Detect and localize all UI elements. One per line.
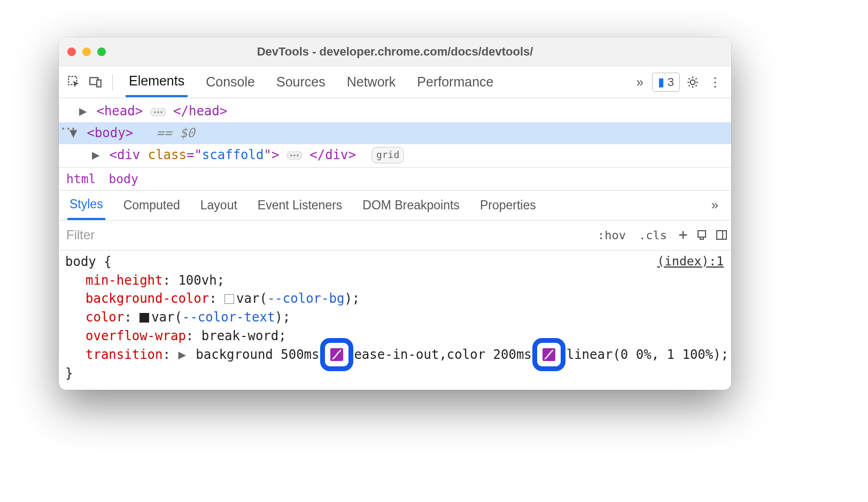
- main-toolbar: Elements Console Sources Network Perform…: [59, 66, 731, 98]
- selector-name: body: [65, 254, 96, 269]
- dom-body-row[interactable]: ••• ▼ <body> == $0: [59, 122, 731, 144]
- div-close-tag: </div>: [309, 147, 356, 162]
- linear-value: linear(0 0%, 1 100%): [567, 347, 721, 362]
- color-swatch-icon[interactable]: [140, 313, 149, 323]
- more-subtabs-chevron-icon[interactable]: »: [711, 198, 723, 213]
- selected-marker-icon: •••: [61, 123, 76, 135]
- zoom-window-button[interactable]: [97, 48, 106, 56]
- easing-editor-icon[interactable]: [542, 348, 555, 361]
- issues-icon: ▮: [658, 75, 664, 89]
- sep: ,: [439, 347, 446, 362]
- css-var[interactable]: --color-bg: [267, 291, 345, 306]
- tab-network[interactable]: Network: [344, 68, 399, 96]
- css-declaration-background-color[interactable]: background-color: var(--color-bg);: [65, 289, 725, 308]
- inspect-element-icon[interactable]: [65, 73, 83, 91]
- new-style-rule-plus-icon[interactable]: [673, 229, 693, 241]
- css-declaration-transition[interactable]: transition: ▶ background 500ms ease-in-o…: [65, 346, 725, 364]
- svg-point-5: [154, 111, 156, 113]
- prop-name: overflow-wrap: [86, 328, 186, 343]
- svg-rect-12: [698, 231, 706, 237]
- expand-transition-icon[interactable]: ▶: [178, 347, 185, 362]
- color-swatch-icon[interactable]: [224, 294, 234, 304]
- window-title: DevTools - developer.chrome.com/docs/dev…: [59, 45, 731, 59]
- issues-count: 3: [668, 75, 674, 89]
- tab-sources[interactable]: Sources: [273, 68, 329, 96]
- settings-gear-icon[interactable]: [683, 75, 702, 89]
- prop-name: color: [86, 310, 124, 325]
- issues-badge[interactable]: ▮ 3: [652, 73, 680, 92]
- titlebar: DevTools - developer.chrome.com/docs/dev…: [59, 37, 731, 66]
- dom-tree-panel: ▶ <head> </head> ••• ▼ <body> == $0 ▶ <d…: [59, 98, 731, 168]
- subtab-computed[interactable]: Computed: [121, 192, 182, 219]
- class-attr-value: scaffold: [202, 147, 264, 162]
- class-attr-name: class: [148, 147, 187, 162]
- prop-value: 100vh: [178, 273, 216, 288]
- head-open-tag: <head>: [96, 104, 143, 119]
- body-open-tag: <body>: [87, 126, 133, 140]
- close-brace: }: [65, 364, 725, 383]
- device-toolbar-icon[interactable]: [87, 73, 105, 91]
- dollar0-label: $0: [180, 126, 195, 140]
- grid-badge[interactable]: grid: [371, 147, 404, 163]
- source-link[interactable]: (index):1: [657, 253, 724, 270]
- css-declaration-min-height[interactable]: min-height: 100vh;: [65, 271, 725, 290]
- selector-line[interactable]: body {: [65, 253, 725, 271]
- css-declaration-overflow-wrap[interactable]: overflow-wrap: break-word;: [65, 327, 725, 346]
- subtab-dom-breakpoints[interactable]: DOM Breakpoints: [360, 192, 462, 219]
- css-declaration-color[interactable]: color: var(--color-text);: [65, 308, 725, 327]
- tab-console[interactable]: Console: [203, 68, 258, 96]
- prop-value: break-word: [201, 328, 279, 343]
- var-fn: var: [236, 291, 259, 306]
- subtab-properties[interactable]: Properties: [478, 192, 538, 219]
- main-tabs: Elements Console Sources Network Perform…: [120, 67, 627, 97]
- hov-toggle-button[interactable]: :hov: [591, 229, 632, 242]
- svg-rect-2: [97, 80, 101, 87]
- dom-div-row[interactable]: ▶ <div class="scaffold"> </div> grid: [59, 144, 731, 166]
- dom-head-row[interactable]: ▶ <head> </head>: [59, 100, 731, 122]
- expand-triangle-icon[interactable]: ▶: [92, 145, 102, 165]
- css-var[interactable]: --color-text: [182, 310, 275, 325]
- subtab-styles[interactable]: Styles: [67, 191, 105, 220]
- svg-point-3: [691, 80, 695, 84]
- subtab-event-listeners[interactable]: Event Listeners: [255, 192, 345, 219]
- color-duration: 200ms: [493, 347, 532, 362]
- traffic-lights: [67, 48, 106, 56]
- svg-rect-13: [717, 231, 726, 239]
- cls-toggle-button[interactable]: .cls: [632, 229, 673, 242]
- close-window-button[interactable]: [67, 48, 76, 56]
- eq-label: ==: [157, 126, 180, 140]
- tab-elements[interactable]: Elements: [126, 67, 188, 97]
- kebab-menu-icon[interactable]: ⋮: [706, 75, 725, 90]
- minimize-window-button[interactable]: [82, 48, 91, 56]
- prop-name: background-color: [86, 291, 209, 306]
- toggle-sidebar-icon[interactable]: [712, 229, 731, 241]
- svg-point-7: [160, 111, 162, 113]
- svg-point-9: [290, 155, 292, 156]
- ellipsis-icon[interactable]: [287, 145, 302, 165]
- breadcrumb-bar: html body: [59, 168, 731, 191]
- filter-bar: :hov .cls: [59, 221, 731, 250]
- breadcrumb-body[interactable]: body: [108, 172, 138, 186]
- subtab-layout[interactable]: Layout: [198, 192, 239, 219]
- expand-triangle-icon[interactable]: ▶: [79, 101, 89, 121]
- svg-point-6: [157, 111, 159, 113]
- ellipsis-icon[interactable]: [151, 101, 166, 122]
- devtools-window: DevTools - developer.chrome.com/docs/dev…: [59, 37, 731, 390]
- transition-prop-bg: background: [196, 347, 273, 362]
- prop-name: transition: [86, 347, 163, 362]
- separator: [112, 74, 113, 90]
- div-open-tag: <div: [109, 147, 148, 162]
- more-tabs-chevron-icon[interactable]: »: [631, 75, 648, 90]
- head-close-tag: </head>: [173, 104, 227, 119]
- breadcrumb-html[interactable]: html: [66, 172, 96, 186]
- bg-duration: 500ms: [281, 347, 319, 362]
- filter-input[interactable]: [59, 228, 591, 242]
- easing-value: ease-in-out: [354, 347, 439, 362]
- svg-point-11: [297, 155, 298, 156]
- var-fn: var: [151, 310, 174, 325]
- tab-performance[interactable]: Performance: [414, 68, 497, 96]
- easing-editor-icon[interactable]: [330, 348, 343, 361]
- styles-pane: (index):1 body { min-height: 100vh; back…: [59, 250, 731, 390]
- computed-styles-sidebar-icon[interactable]: [693, 229, 712, 241]
- transition-prop-color: color: [447, 347, 485, 362]
